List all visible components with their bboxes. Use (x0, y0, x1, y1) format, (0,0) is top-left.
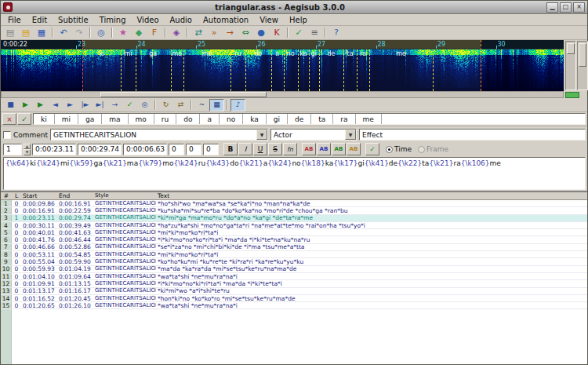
timing-postprocessor-button[interactable]: ● (253, 26, 269, 39)
karaoke-divider[interactable] (298, 49, 299, 91)
play-last-500-button[interactable]: ►| (93, 99, 107, 111)
volume-thumb[interactable] (579, 43, 586, 67)
effect-field[interactable]: Effect (359, 129, 586, 141)
karaoke-divider[interactable] (319, 49, 320, 91)
menu-subtitle[interactable]: Subtitle (53, 16, 94, 24)
karaoke-divider[interactable] (343, 49, 344, 91)
auto-scroll-button[interactable]: ⇄ (173, 99, 188, 111)
auto-commit-button[interactable]: ↻ (158, 99, 173, 111)
commit-button[interactable]: ✓ (365, 143, 379, 155)
duration-field[interactable]: 0:00:06.63 (123, 144, 167, 155)
subtitle-row-5[interactable]: 500:00:40.010:00:41.63GETINTHECARITSALIO… (1, 229, 587, 236)
find-button[interactable]: ◎ (93, 26, 109, 39)
subtitle-row-6[interactable]: 600:00:41.760:00:46.44GETINTHECARITSALIO… (1, 236, 587, 243)
karaoke-divider[interactable] (309, 49, 310, 91)
kanji-timer-button[interactable]: K (269, 26, 285, 39)
karaoke-syllable-13[interactable]: ta (311, 114, 333, 124)
karaoke-divider[interactable] (271, 49, 272, 91)
subtitle-row-11[interactable]: 1100:01:04.100:01:09.64GETINTHECARITSALI… (1, 273, 587, 280)
subtitle-row-4[interactable]: 400:00:30.110:00:39.49GETINTHECARITSALIO… (1, 222, 587, 229)
underline-button[interactable]: U (253, 143, 267, 155)
menu-automation[interactable]: Automation (198, 16, 254, 24)
play-to-end-button[interactable]: → (107, 99, 122, 111)
color-outline-button[interactable]: AB (332, 143, 346, 155)
margin-right-field[interactable]: 0 (186, 144, 201, 155)
karaoke-syllable-6[interactable]: ru (154, 114, 176, 124)
karaoke-syllable-10[interactable]: ka (243, 114, 267, 124)
karaoke-divider[interactable] (245, 49, 246, 91)
menu-file[interactable]: File (2, 16, 27, 24)
karaoke-divider[interactable] (121, 49, 122, 91)
automation-button[interactable]: ◈ (169, 26, 184, 39)
audio-scrollbar-thumb[interactable] (100, 92, 267, 97)
karaoke-mode-button[interactable]: ♪ (230, 99, 245, 111)
start-time-field[interactable]: 0:00:23.11 (32, 144, 76, 155)
open-subtitles-button[interactable]: ▤ (18, 26, 34, 39)
karaoke-syllable-14[interactable]: ra (333, 114, 355, 124)
subtitle-row-1[interactable]: 100:00:09.860:00:16.91GETINTHECARITSALIO… (1, 200, 587, 207)
go-to-selection-button[interactable]: ◎ (137, 99, 152, 111)
edit-text-area[interactable]: {\k64}ki{\k24}mi{\k59}ga{\k21}ma{\k79}mo… (3, 157, 586, 190)
margin-vertical-field[interactable]: 0 (203, 144, 219, 155)
play-first-500-button[interactable]: |► (78, 99, 93, 111)
help-button[interactable]: ? (328, 26, 344, 39)
redo-button[interactable]: ↷ (71, 26, 87, 39)
commit-audio-button[interactable]: ✓ (122, 99, 137, 111)
karaoke-syllable-9[interactable]: no (220, 114, 243, 124)
karaoke-syllable-5[interactable]: mo (129, 114, 154, 124)
app-icon[interactable] (3, 2, 13, 12)
chevron-down-icon[interactable]: ▼ (345, 130, 356, 140)
attachments-button[interactable]: ◆ (131, 26, 147, 39)
shift-times-button[interactable]: ⇄ (191, 26, 206, 39)
styles-manager-button[interactable]: ★ (115, 26, 131, 39)
layer-spinner[interactable]: 1 (3, 144, 22, 155)
selection-end-marker[interactable] (481, 40, 481, 91)
strikeout-button[interactable]: S (268, 143, 282, 155)
karaoke-syllable-3[interactable]: ga (78, 114, 102, 124)
italic-button[interactable]: I (238, 143, 252, 155)
bold-button[interactable]: B (223, 143, 238, 155)
menu-timing[interactable]: Timing (94, 16, 132, 24)
subtitle-row-13[interactable]: 1300:01:13.170:01:16.17GETINTHECARITSALI… (1, 288, 587, 295)
time-radio[interactable] (386, 146, 393, 153)
stop-button[interactable]: ■ (3, 99, 18, 111)
close-button[interactable]: × (573, 2, 585, 13)
cancel-split-button[interactable]: × (2, 113, 16, 125)
karaoke-syllable-7[interactable]: do (176, 114, 200, 124)
karaoke-syllable-12[interactable]: de (288, 114, 311, 124)
actor-dropdown[interactable]: Actor ▼ (270, 129, 357, 141)
vertical-zoom-slider[interactable] (565, 41, 576, 90)
karaoke-divider[interactable] (230, 49, 231, 91)
chevron-down-icon[interactable]: ▼ (256, 130, 267, 140)
spectrum-mode-button[interactable]: ▦ (209, 99, 224, 111)
new-subtitles-button[interactable]: ▤ (2, 26, 18, 39)
color-shadow-button[interactable]: AB (347, 143, 361, 155)
karaoke-syllable-1[interactable]: ki (34, 114, 55, 124)
subtitle-row-9[interactable]: 900:00:55.040:00:59.90GETINTHECARITSALIO… (1, 258, 587, 265)
margin-left-field[interactable]: 0 (169, 144, 184, 155)
audio-link-button[interactable] (565, 92, 579, 98)
undo-button[interactable]: ↶ (56, 26, 71, 39)
karaoke-divider[interactable] (183, 49, 184, 91)
volume-slider[interactable] (577, 41, 588, 90)
karaoke-divider[interactable] (357, 49, 358, 91)
subtitle-row-3[interactable]: 310:00:23.110:00:29.74GETINTHECARITSALIO… (1, 215, 587, 222)
subtitle-row-15[interactable]: 1500:01:20.650:01:26.10GETINTHECARITSALI… (1, 302, 587, 309)
accept-split-button[interactable]: ✓ (17, 113, 31, 125)
spin-down-icon[interactable]: ▼ (24, 149, 31, 155)
selection-start-marker[interactable] (82, 40, 83, 91)
resample-resolution-button[interactable]: ⇔ (238, 26, 253, 39)
play-500-after-button[interactable]: ► (63, 99, 78, 111)
vertical-zoom-thumb[interactable] (567, 43, 575, 54)
waveform-mode-button[interactable]: ~ (194, 99, 209, 111)
karaoke-syllable-4[interactable]: ma (102, 114, 128, 124)
menu-help[interactable]: Help (284, 16, 313, 24)
spin-up-icon[interactable]: ▲ (24, 144, 31, 150)
audio-display[interactable]: 0:00:22 2324252627282930 kimigamamorudoa… (1, 40, 564, 91)
subtitle-row-14[interactable]: 1400:01:16.520:01:20.45GETINTHECARITSALI… (1, 295, 587, 302)
play-500-before-button[interactable]: ◄ (48, 99, 63, 111)
menu-audio[interactable]: Audio (165, 16, 198, 24)
translation-assistant-button[interactable]: → (222, 26, 238, 39)
save-subtitles-button[interactable]: ▦ (34, 26, 49, 39)
properties-button[interactable]: ≡ (307, 26, 322, 39)
